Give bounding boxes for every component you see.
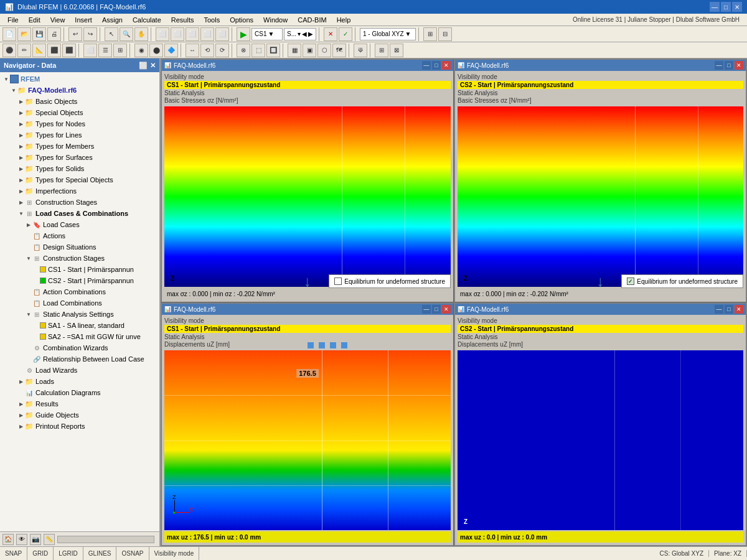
window-tr-minimize[interactable]: — bbox=[715, 61, 723, 70]
menu-cadbim[interactable]: CAD-BIM bbox=[293, 14, 331, 26]
tb-open[interactable]: 📂 bbox=[17, 27, 31, 41]
status-grid[interactable]: GRID bbox=[27, 547, 54, 560]
status-plane[interactable]: Plane: XZ bbox=[709, 550, 747, 557]
nav-item-relationship[interactable]: 🔗 Relationship Between Load Case bbox=[0, 353, 159, 365]
snap-handle-3[interactable] bbox=[330, 342, 336, 348]
nav-item-types-special-objects[interactable]: ▶ 📁 Types for Special Objects bbox=[0, 174, 159, 185]
nav-item-types-nodes[interactable]: ▶ 📁 Types for Nodes bbox=[0, 118, 159, 129]
nav-item-special-objects[interactable]: ▶ 📁 Special Objects bbox=[0, 107, 159, 118]
nav-item-sa1[interactable]: SA1 - SA linear, standard bbox=[0, 320, 159, 331]
tb2-12[interactable]: ↔ bbox=[186, 44, 199, 57]
window-tl-close[interactable]: ✕ bbox=[442, 61, 451, 70]
tb2-9[interactable]: ◉ bbox=[134, 44, 148, 57]
tb2-21[interactable]: 🗺 bbox=[332, 44, 346, 57]
tb-cross-red[interactable]: ✕ bbox=[324, 27, 337, 41]
nav-item-cs1[interactable]: CS1 - Start | Primärspannun bbox=[0, 264, 159, 275]
nav-item-types-lines[interactable]: ▶ 📁 Types for Lines bbox=[0, 129, 159, 141]
tb2-4[interactable]: ⬛ bbox=[47, 44, 61, 57]
nav-item-model[interactable]: ▼ 📁 FAQ-Modell.rf6 bbox=[0, 85, 159, 96]
nav-item-imperfections[interactable]: ▶ 📁 Imperfections bbox=[0, 185, 159, 197]
window-tl-restore[interactable]: □ bbox=[432, 61, 441, 70]
status-osnap[interactable]: OSNAP bbox=[116, 547, 149, 560]
tb-zoom[interactable]: 🔍 bbox=[120, 27, 133, 41]
tb-undo[interactable]: ↩ bbox=[68, 27, 82, 41]
nav-item-sa2[interactable]: SA2 - =SA1 mit GGW für unve bbox=[0, 331, 159, 342]
cs-dropdown[interactable]: CS1 ▼ bbox=[251, 28, 283, 40]
window-tr-close[interactable]: ✕ bbox=[735, 61, 743, 70]
status-lgrid[interactable]: LGRID bbox=[54, 547, 83, 560]
tb2-14[interactable]: ⟳ bbox=[215, 44, 229, 57]
window-tr-restore[interactable]: □ bbox=[725, 61, 733, 70]
tb-btn-c[interactable]: ⬜ bbox=[186, 27, 199, 41]
tb2-2[interactable]: ✏ bbox=[17, 44, 31, 57]
tb2-11[interactable]: 🔷 bbox=[164, 44, 178, 57]
nav-item-types-members[interactable]: ▶ 📁 Types for Members bbox=[0, 141, 159, 152]
nav-camera-btn[interactable]: 📷 bbox=[30, 534, 41, 545]
window-bl-minimize[interactable]: — bbox=[422, 305, 431, 314]
tb-btn-d[interactable]: ⬜ bbox=[200, 27, 214, 41]
status-glines[interactable]: GLINES bbox=[83, 547, 117, 560]
nav-item-design-situations[interactable]: 📋 Design Situations bbox=[0, 241, 159, 253]
nav-item-basic-objects[interactable]: ▶ 📁 Basic Objects bbox=[0, 96, 159, 107]
nav-item-types-solids[interactable]: ▶ 📁 Types for Solids bbox=[0, 163, 159, 174]
tb2-1[interactable]: ⚫ bbox=[2, 44, 16, 57]
nav-close-btn[interactable]: ✕ bbox=[150, 62, 156, 70]
tb-print[interactable]: 🖨 bbox=[47, 27, 61, 41]
tl-eq-checkbox[interactable] bbox=[334, 278, 342, 285]
menu-results[interactable]: Results bbox=[166, 14, 199, 26]
tb-redo[interactable]: ↪ bbox=[83, 27, 97, 41]
nav-item-types-surfaces[interactable]: ▶ 📁 Types for Surfaces bbox=[0, 152, 159, 163]
tb-snap-h[interactable]: ⊞ bbox=[423, 27, 437, 41]
window-bl-close[interactable]: ✕ bbox=[442, 305, 451, 314]
s-prev-btn[interactable]: ◀ bbox=[302, 30, 307, 37]
nav-restore-btn[interactable]: ⬜ bbox=[139, 62, 148, 70]
maximize-button[interactable]: □ bbox=[721, 2, 731, 12]
nav-item-combo-wizards[interactable]: ⚙ Combination Wizards bbox=[0, 342, 159, 353]
tb2-10[interactable]: ⬤ bbox=[149, 44, 163, 57]
window-tl-controls[interactable]: — □ ✕ bbox=[422, 61, 451, 70]
tb-pan[interactable]: ✋ bbox=[134, 27, 148, 41]
status-cs-xyz[interactable]: CS: Global XYZ bbox=[654, 550, 709, 557]
tb2-20[interactable]: ⬡ bbox=[317, 44, 331, 57]
tb2-17[interactable]: 🔲 bbox=[266, 44, 280, 57]
navigator-controls[interactable]: ⬜ ✕ bbox=[139, 62, 156, 70]
tb-snap-v[interactable]: ⊟ bbox=[438, 27, 452, 41]
status-visibility[interactable]: Visibility mode bbox=[149, 547, 200, 560]
tb2-6[interactable]: ⬜ bbox=[83, 44, 97, 57]
menu-insert[interactable]: Insert bbox=[70, 14, 97, 26]
tb-btn-b[interactable]: ⬜ bbox=[171, 27, 184, 41]
window-br-close[interactable]: ✕ bbox=[735, 305, 743, 314]
tb2-18[interactable]: ▦ bbox=[288, 44, 301, 57]
window-tr-controls[interactable]: — □ ✕ bbox=[715, 61, 743, 70]
nav-item-load-wizards[interactable]: ⚙ Load Wizards bbox=[0, 365, 159, 376]
tb-select[interactable]: ↖ bbox=[105, 27, 118, 41]
nav-item-loads[interactable]: ▶ 📁 Loads bbox=[0, 376, 159, 387]
nav-eye-btn[interactable]: 👁 bbox=[16, 534, 27, 545]
menu-tools[interactable]: Tools bbox=[199, 14, 225, 26]
nav-item-load-cases[interactable]: ▶ 🔖 Load Cases bbox=[0, 219, 159, 230]
window-tl-minimize[interactable]: — bbox=[422, 61, 431, 70]
nav-item-construction-stages[interactable]: ▼ ⊞ Construction Stages bbox=[0, 253, 159, 264]
s-next-btn[interactable]: ▶ bbox=[308, 30, 313, 37]
tb2-16[interactable]: ⬚ bbox=[251, 44, 265, 57]
window-bl-controls[interactable]: — □ ✕ bbox=[422, 305, 451, 314]
tb2-5[interactable]: ⬛ bbox=[62, 44, 76, 57]
nav-item-printout-reports[interactable]: ▶ 📁 Printout Reports bbox=[0, 421, 159, 432]
menu-window[interactable]: Window bbox=[258, 14, 293, 26]
nav-item-cs2[interactable]: CS2 - Start | Primärspannun bbox=[0, 275, 159, 286]
snap-handle-2[interactable] bbox=[319, 342, 325, 348]
window-controls[interactable]: — □ ✕ bbox=[710, 2, 742, 12]
menu-edit[interactable]: Edit bbox=[24, 14, 45, 26]
menu-view[interactable]: View bbox=[45, 14, 70, 26]
nav-item-load-combinations[interactable]: 📋 Load Combinations bbox=[0, 297, 159, 309]
nav-item-construction-stages-top[interactable]: ▶ ⊞ Construction Stages bbox=[0, 197, 159, 208]
close-button[interactable]: ✕ bbox=[732, 2, 742, 12]
tb2-3[interactable]: 📐 bbox=[32, 44, 46, 57]
tb2-23[interactable]: ⊞ bbox=[375, 44, 388, 57]
nav-scroll[interactable] bbox=[57, 536, 154, 543]
nav-item-load-cases-comb[interactable]: ▼ ⊞ Load Cases & Combinations bbox=[0, 208, 159, 219]
tr-eq-checkbox[interactable]: ✓ bbox=[627, 278, 634, 285]
nav-home-btn[interactable]: 🏠 bbox=[2, 534, 14, 545]
tb-btn-e[interactable]: ⬜ bbox=[215, 27, 229, 41]
nav-item-actions[interactable]: 📋 Actions bbox=[0, 230, 159, 241]
